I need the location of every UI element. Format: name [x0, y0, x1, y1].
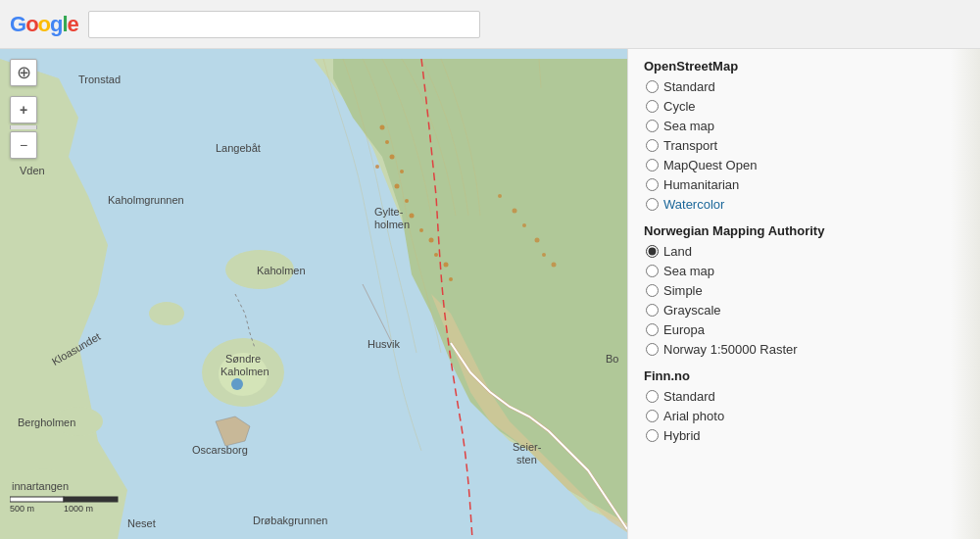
svg-point-12: [400, 170, 404, 173]
nma-grayscale-row: Grayscale: [644, 303, 964, 318]
zoom-in-button[interactable]: +: [10, 96, 37, 123]
svg-point-3: [219, 353, 268, 396]
svg-point-10: [390, 155, 395, 160]
openstreetmap-section: OpenStreetMap Standard Cycle Sea map Tra…: [644, 59, 964, 212]
osm-seamap-label[interactable]: Sea map: [663, 119, 714, 133]
finn-standard-radio[interactable]: [646, 390, 659, 403]
svg-point-16: [419, 228, 423, 232]
svg-point-22: [513, 209, 517, 214]
osm-mapquest-row: MapQuest Open: [644, 158, 964, 172]
finn-arial-radio[interactable]: [646, 410, 659, 422]
svg-point-18: [434, 253, 438, 257]
right-panel: Enable Map Replace Enable Map Replace fo…: [627, 0, 980, 539]
nma-raster-radio[interactable]: [646, 343, 659, 356]
search-input[interactable]: [88, 11, 480, 38]
nma-raster-label[interactable]: Norway 1:50000 Raster: [663, 342, 798, 357]
osm-humanitarian-radio[interactable]: [646, 178, 659, 191]
zoom-out-button[interactable]: −: [10, 131, 37, 159]
osm-humanitarian-label[interactable]: Humanitarian: [663, 177, 739, 192]
osm-cycle-row: Cycle: [644, 99, 964, 114]
finnno-title: Finn.no: [644, 368, 964, 383]
nma-europa-row: Europa: [644, 322, 964, 337]
svg-point-17: [429, 238, 434, 243]
finn-standard-row: Standard: [644, 389, 964, 404]
svg-point-4: [231, 378, 243, 390]
finn-hybrid-label[interactable]: Hybrid: [663, 428, 701, 443]
osm-humanitarian-row: Humanitarian: [644, 177, 964, 192]
osm-watercolor-row: Watercolor: [644, 197, 964, 212]
map-controls: ⊕ + −: [10, 59, 37, 159]
svg-point-8: [380, 125, 385, 130]
svg-point-26: [552, 263, 557, 268]
svg-point-21: [498, 194, 502, 198]
osm-watercolor-radio[interactable]: [646, 198, 659, 211]
osm-seamap-row: Sea map: [644, 119, 964, 133]
nma-simple-label[interactable]: Simple: [663, 283, 703, 298]
pan-control[interactable]: ⊕: [10, 59, 37, 86]
nma-grayscale-label[interactable]: Grayscale: [663, 303, 721, 318]
svg-text:1000 m: 1000 m: [64, 504, 93, 514]
svg-rect-28: [64, 497, 118, 502]
svg-point-11: [375, 165, 379, 169]
finn-hybrid-row: Hybrid: [644, 428, 964, 443]
svg-point-9: [385, 140, 389, 144]
norwegian-mapping-section: Norwegian Mapping Authority Land Sea map…: [644, 223, 964, 357]
nma-land-label[interactable]: Land: [663, 244, 692, 259]
finn-hybrid-radio[interactable]: [646, 429, 659, 442]
nma-seamap-row: Sea map: [644, 264, 964, 278]
svg-point-14: [405, 199, 409, 203]
osm-cycle-radio[interactable]: [646, 100, 659, 113]
openstreetmap-title: OpenStreetMap: [644, 59, 964, 74]
nma-raster-row: Norway 1:50000 Raster: [644, 342, 964, 357]
nma-land-row: Land: [644, 244, 964, 259]
google-bar: Google: [0, 0, 980, 49]
finn-arial-row: Arial photo: [644, 409, 964, 423]
svg-point-5: [149, 302, 184, 325]
osm-transport-label[interactable]: Transport: [663, 138, 717, 153]
osm-transport-row: Transport: [644, 138, 964, 153]
osm-standard-label[interactable]: Standard: [663, 79, 715, 94]
svg-point-1: [225, 250, 294, 289]
map-area[interactable]: Tronstad Langebåt Kaholmgrunnen Gylte- h…: [0, 0, 637, 539]
svg-point-15: [410, 214, 415, 219]
osm-standard-radio[interactable]: [646, 80, 659, 93]
nma-land-radio[interactable]: [646, 245, 659, 258]
scale-bar: 500 m 1000 m: [10, 487, 127, 519]
osm-seamap-radio[interactable]: [646, 120, 659, 132]
svg-point-19: [444, 263, 449, 268]
norwegian-mapping-title: Norwegian Mapping Authority: [644, 223, 964, 238]
osm-standard-row: Standard: [644, 79, 964, 94]
svg-point-23: [522, 223, 526, 227]
osm-mapquest-label[interactable]: MapQuest Open: [663, 158, 757, 172]
nma-simple-radio[interactable]: [646, 284, 659, 297]
finn-arial-label[interactable]: Arial photo: [663, 409, 724, 423]
nma-grayscale-radio[interactable]: [646, 304, 659, 317]
finnno-section: Finn.no Standard Arial photo Hybrid: [644, 368, 964, 443]
svg-point-20: [449, 277, 453, 281]
svg-point-13: [395, 184, 400, 189]
osm-watercolor-label[interactable]: Watercolor: [663, 197, 724, 212]
osm-cycle-label[interactable]: Cycle: [663, 99, 696, 114]
svg-point-25: [542, 253, 546, 257]
nma-simple-row: Simple: [644, 283, 964, 298]
nma-europa-label[interactable]: Europa: [663, 322, 705, 337]
svg-rect-27: [10, 497, 64, 502]
osm-transport-radio[interactable]: [646, 139, 659, 152]
svg-text:500 m: 500 m: [10, 504, 34, 514]
nma-seamap-radio[interactable]: [646, 265, 659, 277]
nma-europa-radio[interactable]: [646, 323, 659, 336]
svg-point-24: [535, 238, 540, 243]
google-logo: Google: [10, 12, 78, 37]
nma-seamap-label[interactable]: Sea map: [663, 264, 714, 278]
finn-standard-label[interactable]: Standard: [663, 389, 715, 404]
osm-mapquest-radio[interactable]: [646, 159, 659, 172]
svg-point-6: [54, 407, 103, 436]
